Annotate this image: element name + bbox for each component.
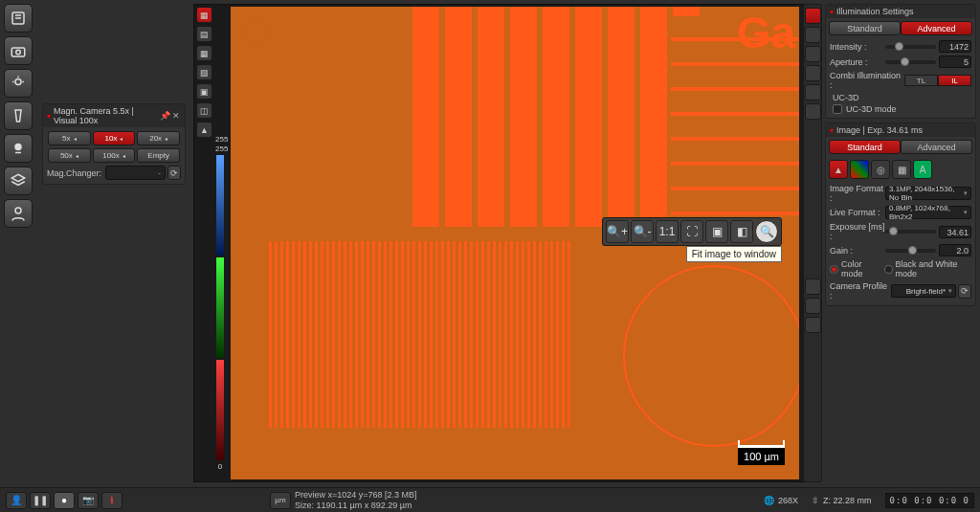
- camera-profile-select[interactable]: Bright-field*: [891, 284, 956, 298]
- uc3d-checkbox[interactable]: [833, 104, 842, 114]
- vt-btn-3[interactable]: ▧: [196, 64, 212, 80]
- auto-icon[interactable]: A: [913, 160, 932, 179]
- rtb-4[interactable]: [805, 65, 821, 81]
- left-toolbar: [4, 4, 36, 232]
- pin-icon[interactable]: 📌: [160, 111, 169, 121]
- vt-btn-2[interactable]: ▦: [196, 45, 212, 61]
- svg-point-4: [16, 50, 21, 55]
- search-icon[interactable]: 🔍: [755, 220, 778, 243]
- fullscreen-icon[interactable]: ⛶: [680, 220, 703, 243]
- lut-red[interactable]: [216, 360, 224, 460]
- lut-bars: 255 255 0: [215, 134, 225, 472]
- rtb-8[interactable]: [805, 298, 821, 314]
- image-format-select[interactable]: 3.1MP, 2048x1536, No Bin: [885, 187, 971, 200]
- z-icon: ⇳: [812, 496, 819, 505]
- objective-icon[interactable]: [4, 101, 33, 130]
- vt-btn-5[interactable]: ◫: [196, 102, 212, 119]
- camera-icon[interactable]: [4, 36, 33, 65]
- capture-icon[interactable]: 📷: [78, 492, 99, 509]
- collapse-icon[interactable]: ▾: [830, 126, 834, 135]
- close-icon[interactable]: ✕: [171, 111, 181, 121]
- mag-changer-value[interactable]: -: [105, 166, 166, 180]
- profile-refresh-icon[interactable]: ⟳: [958, 284, 971, 299]
- rgb-icon[interactable]: [850, 160, 869, 179]
- vt-btn-4[interactable]: ▣: [196, 83, 212, 100]
- rtb-7[interactable]: [805, 278, 821, 295]
- user-icon[interactable]: [4, 199, 33, 228]
- aperture-slider[interactable]: [885, 60, 936, 64]
- lut-blue[interactable]: [216, 155, 224, 256]
- bw-mode-radio[interactable]: Black and White mode: [884, 259, 971, 278]
- collapse-icon[interactable]: ▾: [830, 8, 834, 16]
- tab-img-standard[interactable]: Standard: [829, 140, 901, 154]
- zoom-1to1-icon[interactable]: 1:1: [656, 220, 679, 243]
- unit-toggle[interactable]: µm: [270, 492, 291, 509]
- dark-mode-icon[interactable]: ◧: [730, 220, 753, 243]
- lut-green[interactable]: [216, 257, 224, 358]
- intensity-slider[interactable]: [885, 45, 936, 49]
- neutral-icon[interactable]: [4, 134, 33, 163]
- rtb-3[interactable]: [805, 46, 821, 62]
- zoom-in-icon[interactable]: 🔍+: [606, 220, 629, 243]
- vt-btn-1[interactable]: ▤: [196, 26, 212, 42]
- wb-icon[interactable]: ▦: [892, 160, 911, 179]
- image-info: Preview x=1024 y=768 [2.3 MB] Size: 1190…: [295, 490, 417, 511]
- svg-point-5: [15, 79, 21, 85]
- mag-5x[interactable]: 5x◂: [48, 131, 91, 145]
- exposure-slider[interactable]: [885, 230, 936, 234]
- rtb-1[interactable]: [805, 8, 821, 24]
- intensity-value[interactable]: 1472: [939, 40, 971, 53]
- marker-circle: [242, 18, 269, 45]
- live-format-select[interactable]: 0.8MP, 1024x768, Bin2x2: [885, 206, 971, 219]
- sample-label: 600 nm: [231, 7, 236, 144]
- panel-icon[interactable]: [4, 4, 33, 33]
- scale-bar: 100 µm: [738, 445, 785, 465]
- exposure-value[interactable]: 34.61: [939, 226, 971, 238]
- tab-img-advanced[interactable]: Advanced: [901, 140, 972, 154]
- rtb-2[interactable]: [805, 27, 821, 43]
- user-foot-icon[interactable]: 👤: [6, 492, 27, 509]
- pause-icon[interactable]: ❚❚: [30, 492, 51, 509]
- illumination-panel: ▾Illumination Settings Standard Advanced…: [825, 4, 976, 119]
- rtb-6[interactable]: [805, 103, 821, 120]
- info-icon[interactable]: ℹ: [101, 492, 122, 509]
- rtb-5[interactable]: [805, 84, 821, 100]
- svg-point-11: [15, 208, 21, 213]
- time-counter: 0:0 0:0 0:0 0: [885, 493, 974, 508]
- zoom-out-icon[interactable]: 🔍-: [631, 220, 654, 243]
- pattern-vertical: [412, 7, 700, 227]
- tab-advanced[interactable]: Advanced: [901, 21, 972, 35]
- tooltip: Fit image to window: [686, 246, 782, 262]
- aperture-value[interactable]: 5: [939, 56, 971, 68]
- collapse-icon[interactable]: ▾: [47, 112, 51, 121]
- record-icon[interactable]: ●: [54, 492, 75, 509]
- combi-tl[interactable]: TL: [904, 75, 938, 86]
- microscope-image[interactable]: 600 nm Ga 100 µm 🔍+ 🔍- 1:1 ⛶ ▣ ◧ 🔍 Fit i…: [231, 7, 799, 479]
- layers-icon[interactable]: [4, 167, 33, 195]
- pattern-circle: [623, 265, 799, 447]
- mag-changer-label: Mag.Changer:: [47, 168, 101, 178]
- mag-10x[interactable]: 10x◂: [93, 131, 136, 145]
- mag-empty[interactable]: Empty: [137, 148, 180, 163]
- rtb-9[interactable]: [805, 317, 821, 333]
- fit-window-icon[interactable]: ▣: [705, 220, 728, 243]
- lamp-icon[interactable]: [4, 69, 33, 98]
- tab-standard[interactable]: Standard: [829, 21, 901, 35]
- combi-il[interactable]: IL: [938, 75, 971, 86]
- color-mode-radio[interactable]: Color mode: [830, 259, 880, 278]
- svg-rect-3: [11, 48, 25, 56]
- histogram-icon[interactable]: ▲: [196, 122, 212, 138]
- uc3d-section: UC-3D: [830, 93, 971, 102]
- focus-icon[interactable]: ◎: [871, 160, 890, 179]
- hist-icon[interactable]: ▲: [829, 160, 848, 179]
- corner-text: Ga: [737, 7, 795, 58]
- channel-red-icon[interactable]: ▦: [196, 7, 212, 23]
- svg-point-9: [15, 145, 21, 150]
- image-zoom-toolbar: 🔍+ 🔍- 1:1 ⛶ ▣ ◧ 🔍: [602, 217, 782, 246]
- mag-100x[interactable]: 100x◂: [93, 148, 136, 163]
- mag-20x[interactable]: 20x◂: [137, 131, 180, 145]
- mag-50x[interactable]: 50x◂: [48, 148, 91, 163]
- mag-changer-refresh-icon[interactable]: ⟳: [167, 166, 181, 180]
- gain-slider[interactable]: [885, 249, 936, 253]
- gain-value[interactable]: 2.0: [939, 244, 971, 256]
